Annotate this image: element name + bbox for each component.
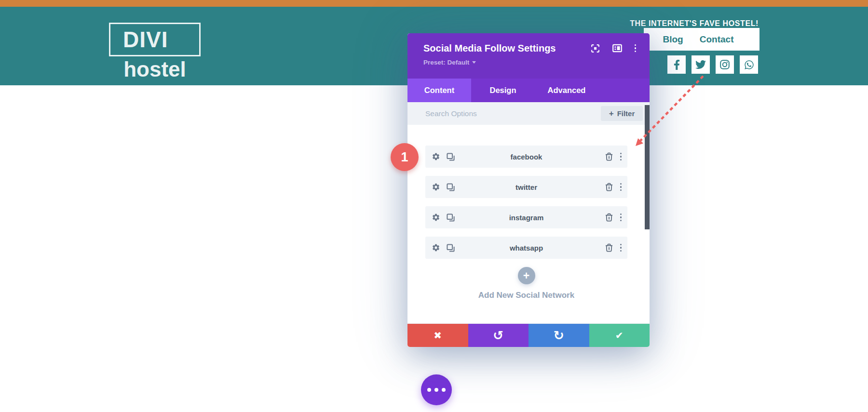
facebook-icon bbox=[672, 60, 682, 70]
social-network-name: instagram bbox=[425, 213, 627, 222]
search-options-row: + Filter bbox=[407, 102, 650, 125]
nav-link-blog[interactable]: Blog bbox=[663, 34, 683, 45]
social-network-row-facebook[interactable]: facebook bbox=[425, 146, 627, 168]
builder-menu-fab[interactable] bbox=[421, 374, 452, 405]
modal-footer: ✖ ↺ ↻ ✔ bbox=[407, 323, 650, 347]
social-network-name: whatsapp bbox=[425, 244, 627, 252]
twitter-link[interactable] bbox=[692, 55, 710, 74]
whatsapp-icon bbox=[744, 60, 754, 70]
twitter-icon bbox=[695, 59, 706, 70]
discard-button[interactable]: ✖ bbox=[407, 324, 468, 347]
gear-icon[interactable] bbox=[432, 183, 440, 191]
social-network-name: facebook bbox=[425, 153, 627, 161]
plus-icon: + bbox=[609, 109, 614, 119]
duplicate-icon[interactable] bbox=[447, 213, 455, 222]
social-icons-row bbox=[667, 55, 758, 74]
undo-button[interactable]: ↺ bbox=[468, 324, 529, 347]
instagram-link[interactable] bbox=[716, 55, 734, 74]
row-menu-kebab-icon[interactable] bbox=[620, 153, 622, 161]
nav-link-contact[interactable]: Contact bbox=[700, 34, 734, 45]
row-menu-kebab-icon[interactable] bbox=[620, 183, 622, 191]
preset-label: Preset: Default bbox=[423, 59, 469, 66]
redo-icon: ↻ bbox=[554, 328, 564, 343]
facebook-link[interactable] bbox=[667, 55, 686, 74]
tab-design[interactable]: Design bbox=[471, 79, 535, 102]
top-accent-bar bbox=[0, 0, 868, 7]
add-new-social-network-label: Add New Social Network bbox=[425, 291, 627, 300]
close-icon: ✖ bbox=[434, 330, 442, 341]
site-logo[interactable]: DIVI hostel bbox=[109, 23, 201, 81]
dot-icon bbox=[442, 388, 446, 392]
gear-icon[interactable] bbox=[432, 243, 440, 252]
expand-icon[interactable] bbox=[591, 44, 600, 53]
tab-advanced[interactable]: Advanced bbox=[535, 79, 598, 102]
trash-icon[interactable] bbox=[605, 152, 613, 161]
social-network-row-twitter[interactable]: twitter bbox=[425, 176, 627, 198]
tab-content[interactable]: Content bbox=[407, 79, 471, 102]
search-options-input[interactable] bbox=[424, 109, 566, 119]
modal-header: Social Media Follow Settings Preset: Def… bbox=[407, 33, 650, 79]
chevron-down-icon bbox=[472, 61, 476, 64]
trash-icon[interactable] bbox=[605, 213, 613, 222]
duplicate-icon[interactable] bbox=[447, 153, 455, 161]
modal-tabbar: Content Design Advanced bbox=[407, 79, 650, 102]
trash-icon[interactable] bbox=[605, 183, 613, 191]
logo-box: DIVI bbox=[109, 23, 201, 56]
row-menu-kebab-icon[interactable] bbox=[620, 213, 622, 222]
gear-icon[interactable] bbox=[432, 213, 440, 222]
social-network-name: twitter bbox=[425, 183, 627, 191]
gear-icon[interactable] bbox=[432, 152, 440, 161]
redo-button[interactable]: ↻ bbox=[529, 324, 589, 347]
logo-text-top: DIVI bbox=[110, 27, 168, 53]
modal-body: facebook twitter instagram bbox=[407, 125, 650, 300]
step-badge: 1 bbox=[391, 143, 419, 171]
dot-icon bbox=[427, 388, 431, 392]
row-menu-kebab-icon[interactable] bbox=[620, 244, 622, 252]
check-icon: ✔ bbox=[615, 330, 624, 341]
split-view-icon[interactable] bbox=[612, 44, 622, 53]
social-network-row-whatsapp[interactable]: whatsapp bbox=[425, 237, 627, 259]
trash-icon[interactable] bbox=[605, 243, 613, 252]
site-tagline: THE INTERNET'S FAVE HOSTEL! bbox=[630, 19, 759, 28]
modal-menu-kebab-icon[interactable] bbox=[635, 44, 637, 53]
duplicate-icon[interactable] bbox=[447, 244, 455, 252]
social-network-row-instagram[interactable]: instagram bbox=[425, 206, 627, 228]
social-media-follow-settings-modal: Social Media Follow Settings Preset: Def… bbox=[407, 33, 650, 347]
filter-button-label: Filter bbox=[617, 109, 635, 118]
undo-icon: ↺ bbox=[493, 328, 503, 343]
site-navbar: Blog Contact bbox=[644, 28, 760, 51]
save-button[interactable]: ✔ bbox=[589, 324, 650, 347]
filter-button[interactable]: + Filter bbox=[601, 106, 643, 121]
modal-scrollbar[interactable] bbox=[645, 105, 650, 229]
instagram-icon bbox=[719, 59, 730, 70]
preset-selector[interactable]: Preset: Default bbox=[423, 59, 476, 66]
logo-text-bottom: hostel bbox=[109, 57, 201, 81]
duplicate-icon[interactable] bbox=[447, 183, 455, 191]
whatsapp-link[interactable] bbox=[740, 55, 758, 74]
modal-title: Social Media Follow Settings bbox=[423, 42, 556, 54]
add-new-social-network-button[interactable]: + bbox=[518, 267, 535, 284]
plus-icon: + bbox=[523, 269, 529, 282]
dot-icon bbox=[434, 388, 438, 392]
